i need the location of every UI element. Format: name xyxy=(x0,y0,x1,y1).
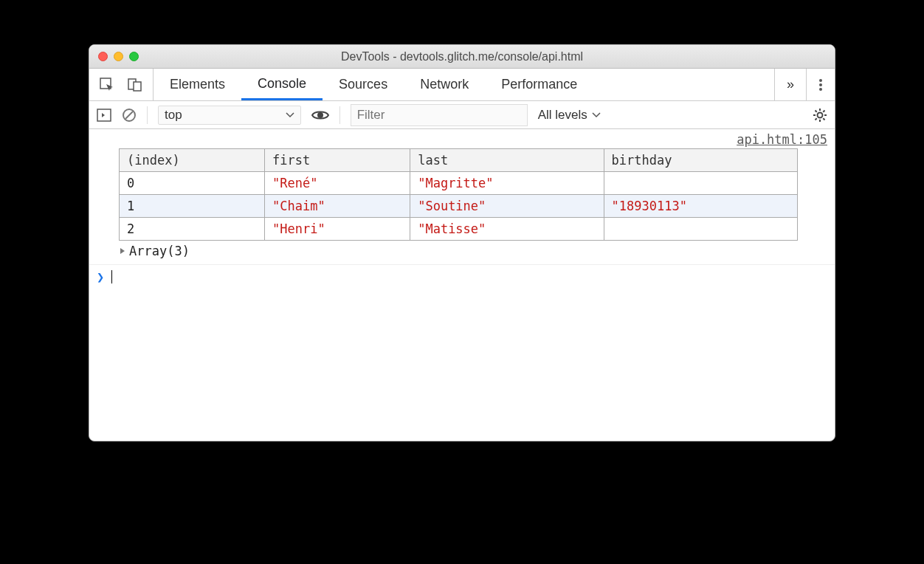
levels-label: All levels xyxy=(538,108,587,123)
cell-index: 2 xyxy=(120,218,265,241)
tab-performance[interactable]: Performance xyxy=(485,69,593,100)
tab-sources[interactable]: Sources xyxy=(323,69,404,100)
live-expression-icon[interactable] xyxy=(311,109,329,121)
titlebar: DevTools - devtools.glitch.me/console/ap… xyxy=(89,45,835,69)
cell-last: "Soutine" xyxy=(410,195,604,218)
traffic-lights xyxy=(89,52,139,61)
close-button[interactable] xyxy=(98,52,108,61)
cell-last: "Matisse" xyxy=(410,218,604,241)
tab-elements[interactable]: Elements xyxy=(154,69,241,100)
col-last[interactable]: last xyxy=(410,149,604,172)
clear-console-icon[interactable] xyxy=(122,108,137,123)
svg-point-10 xyxy=(818,112,823,117)
context-value: top xyxy=(165,108,182,123)
console-prompt[interactable]: ❯ xyxy=(89,264,835,289)
svg-line-15 xyxy=(816,110,817,111)
svg-rect-2 xyxy=(134,82,141,91)
context-selector[interactable]: top xyxy=(158,106,301,125)
svg-line-18 xyxy=(823,110,824,111)
log-levels-selector[interactable]: All levels xyxy=(538,108,601,123)
table-row[interactable]: 0 "René" "Magritte" xyxy=(120,172,798,195)
cell-last: "Magritte" xyxy=(410,172,604,195)
cell-first: "René" xyxy=(265,172,410,195)
console-table-log: (index) first last birthday 0 "René" "Ma… xyxy=(89,148,835,264)
array-summary-text: Array(3) xyxy=(129,244,190,258)
tab-console[interactable]: Console xyxy=(241,69,323,100)
tabs-overflow-button[interactable]: » xyxy=(774,69,806,100)
svg-point-9 xyxy=(317,112,323,118)
console-input[interactable] xyxy=(111,270,827,283)
table-row[interactable]: 2 "Henri" "Matisse" xyxy=(120,218,798,241)
console-table: (index) first last birthday 0 "René" "Ma… xyxy=(119,148,798,241)
svg-point-3 xyxy=(819,79,822,82)
console-toolbar: top All levels xyxy=(89,101,835,129)
log-source-link[interactable]: api.html:105 xyxy=(89,129,835,147)
svg-line-17 xyxy=(816,118,817,120)
tabs: Elements Console Sources Network Perform… xyxy=(154,69,774,100)
table-header-row: (index) first last birthday xyxy=(120,149,798,172)
devtools-window: DevTools - devtools.glitch.me/console/ap… xyxy=(89,44,835,441)
cell-first: "Henri" xyxy=(265,218,410,241)
col-first[interactable]: first xyxy=(265,149,410,172)
prompt-caret-icon: ❯ xyxy=(97,269,104,284)
cell-birthday: "18930113" xyxy=(604,195,797,218)
table-row[interactable]: 1 "Chaim" "Soutine" "18930113" xyxy=(120,195,798,218)
console-output: api.html:105 (index) first last birthday… xyxy=(89,129,835,441)
svg-point-4 xyxy=(819,83,822,86)
inspect-controls xyxy=(89,69,154,100)
svg-line-8 xyxy=(125,111,133,119)
maximize-button[interactable] xyxy=(129,52,139,61)
cell-index: 0 xyxy=(120,172,265,195)
overflow-icon: » xyxy=(787,77,794,92)
minimize-button[interactable] xyxy=(114,52,123,61)
filter-input[interactable] xyxy=(351,104,528,126)
tab-network[interactable]: Network xyxy=(404,69,485,100)
cell-index: 1 xyxy=(120,195,265,218)
cell-birthday xyxy=(604,172,797,195)
chevron-down-icon xyxy=(286,112,294,118)
devtools-menu-button[interactable] xyxy=(806,69,835,100)
console-sidebar-toggle-icon[interactable] xyxy=(97,109,111,122)
disclosure-triangle-icon xyxy=(119,247,126,255)
col-birthday[interactable]: birthday xyxy=(604,149,797,172)
cell-first: "Chaim" xyxy=(265,195,410,218)
array-summary[interactable]: Array(3) xyxy=(119,241,835,258)
console-settings-icon[interactable] xyxy=(813,108,827,123)
chevron-down-icon xyxy=(592,112,601,118)
kebab-icon xyxy=(818,78,823,92)
tab-bar: Elements Console Sources Network Perform… xyxy=(89,69,835,101)
window-title: DevTools - devtools.glitch.me/console/ap… xyxy=(89,50,835,63)
svg-point-5 xyxy=(819,88,822,91)
svg-line-16 xyxy=(823,118,824,120)
cell-birthday xyxy=(604,218,797,241)
col-index[interactable]: (index) xyxy=(120,149,265,172)
device-toolbar-icon[interactable] xyxy=(128,78,142,92)
divider xyxy=(147,106,148,124)
inspect-element-icon[interactable] xyxy=(100,78,114,92)
divider xyxy=(339,106,340,124)
